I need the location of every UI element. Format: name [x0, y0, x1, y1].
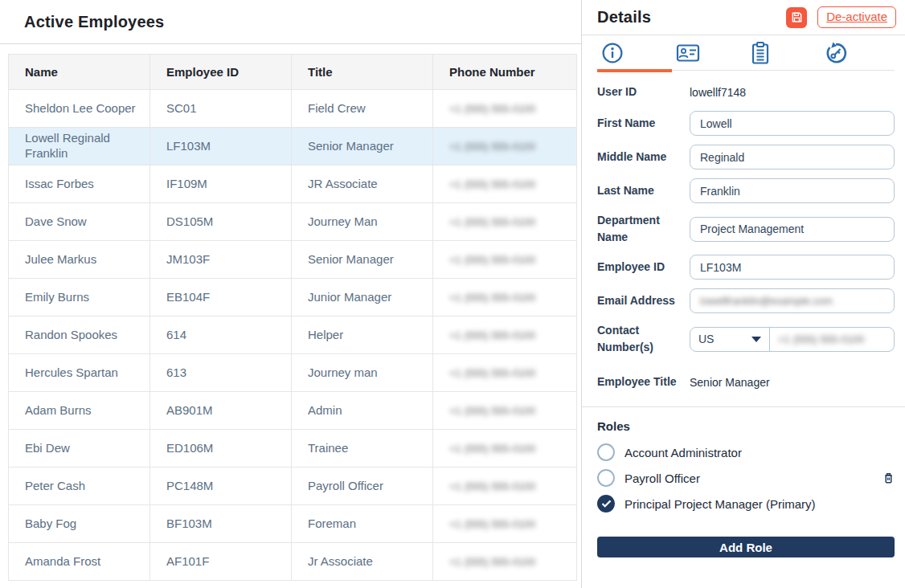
- table-row[interactable]: Randon Spookes 614 Helper +1 (555) 555-0…: [9, 316, 577, 354]
- role-radio-checked[interactable]: [597, 495, 615, 512]
- cell-name[interactable]: Baby Fog: [9, 505, 150, 543]
- phone-number-redacted: +1 (555) 555-0100: [449, 443, 535, 455]
- cell-title[interactable]: Jr Associate: [292, 543, 433, 581]
- field-row-last-name: Last Name: [597, 178, 895, 203]
- cell-phone-number[interactable]: +1 (555) 555-0100: [433, 505, 577, 543]
- cell-name[interactable]: Hercules Spartan: [9, 354, 150, 392]
- cell-name[interactable]: Emily Burns: [9, 279, 150, 316]
- employee-title-label: Employee Title: [597, 374, 690, 390]
- table-row[interactable]: Dave Snow DS105M Journey Man +1 (555) 55…: [9, 203, 577, 241]
- table-row[interactable]: Julee Markus JM103F Senior Manager +1 (5…: [9, 241, 577, 279]
- table-row[interactable]: Adam Burns AB901M Admin +1 (555) 555-010…: [9, 392, 577, 430]
- cell-name[interactable]: Randon Spookes: [9, 316, 150, 354]
- cell-phone-number[interactable]: +1 (555) 555-0100: [433, 543, 577, 581]
- cell-title[interactable]: Payroll Officer: [292, 468, 433, 505]
- cell-employee-id[interactable]: BF103M: [150, 505, 292, 543]
- cell-employee-id[interactable]: SC01: [150, 90, 292, 128]
- cell-name[interactable]: Peter Cash: [9, 468, 150, 505]
- table-row[interactable]: Emily Burns EB104F Junior Manager +1 (55…: [9, 279, 577, 316]
- id-card-icon: [675, 41, 701, 65]
- table-row[interactable]: Amanda Frost AF101F Jr Associate +1 (555…: [9, 543, 577, 581]
- cell-employee-id[interactable]: IF109M: [150, 165, 292, 203]
- last-name-field[interactable]: [690, 178, 895, 203]
- cell-phone-number[interactable]: +1 (555) 555-0100: [433, 316, 577, 354]
- table-row[interactable]: Hercules Spartan 613 Journey man +1 (555…: [9, 354, 577, 392]
- contact-number-field[interactable]: +1 (555) 555-0100: [770, 328, 894, 351]
- field-row-middle-name: Middle Name: [597, 145, 895, 169]
- table-row[interactable]: Sheldon Lee Cooper SC01 Field Crew +1 (5…: [9, 90, 577, 128]
- cell-employee-id[interactable]: ED106M: [150, 430, 292, 468]
- field-row-department-name: Department Name: [597, 212, 895, 246]
- role-radio-unchecked[interactable]: [597, 443, 615, 461]
- user-id-label: User ID: [597, 84, 690, 100]
- cell-phone-number[interactable]: +1 (555) 555-0100: [433, 241, 577, 279]
- cell-title[interactable]: Admin: [292, 392, 433, 430]
- cell-employee-id[interactable]: PC148M: [150, 468, 292, 505]
- cell-name[interactable]: Julee Markus: [9, 241, 150, 279]
- cell-phone-number[interactable]: +1 (555) 555-0100: [433, 468, 577, 505]
- delete-role-button[interactable]: [882, 472, 895, 484]
- cell-title[interactable]: JR Associate: [292, 165, 433, 203]
- cell-name[interactable]: Amanda Frost: [9, 543, 150, 581]
- email-redacted: lowellfranklin@example.com: [700, 295, 833, 307]
- tab-reset-key[interactable]: [821, 35, 895, 70]
- details-panel: Details De-activate: [582, 0, 905, 588]
- tab-clipboard[interactable]: [746, 35, 821, 70]
- cell-name[interactable]: Issac Forbes: [9, 165, 150, 203]
- department-name-field[interactable]: [690, 217, 895, 242]
- cell-title[interactable]: Foreman: [292, 505, 433, 543]
- cell-employee-id[interactable]: AB901M: [150, 392, 292, 430]
- cell-name[interactable]: Sheldon Lee Cooper: [9, 90, 150, 128]
- country-code-select[interactable]: US: [690, 328, 770, 351]
- cell-title[interactable]: Field Crew: [292, 90, 433, 128]
- deactivate-button[interactable]: De-activate: [817, 6, 896, 28]
- tab-id-card[interactable]: [672, 35, 747, 70]
- cell-employee-id[interactable]: LF103M: [150, 128, 292, 165]
- table-row[interactable]: Lowell Reginald Franklin LF103M Senior M…: [9, 128, 577, 165]
- cell-phone-number[interactable]: +1 (555) 555-0100: [433, 165, 577, 203]
- cell-name[interactable]: Adam Burns: [9, 392, 150, 430]
- cell-title[interactable]: Trainee: [292, 430, 433, 468]
- cell-name[interactable]: Lowell Reginald Franklin: [9, 128, 150, 165]
- cell-employee-id[interactable]: AF101F: [150, 543, 292, 581]
- middle-name-field[interactable]: [690, 145, 895, 169]
- table-row[interactable]: Ebi Dew ED106M Trainee +1 (555) 555-0100: [9, 430, 577, 468]
- cell-phone-number[interactable]: +1 (555) 555-0100: [433, 279, 577, 316]
- cell-name[interactable]: Dave Snow: [9, 203, 150, 241]
- table-row[interactable]: Peter Cash PC148M Payroll Officer +1 (55…: [9, 468, 577, 505]
- country-code-value: US: [698, 333, 751, 345]
- role-radio-unchecked[interactable]: [597, 469, 615, 487]
- cell-phone-number[interactable]: +1 (555) 555-0100: [433, 128, 577, 165]
- cell-employee-id[interactable]: 613: [150, 354, 292, 392]
- save-button[interactable]: [786, 7, 807, 28]
- cell-phone-number[interactable]: +1 (555) 555-0100: [433, 90, 577, 128]
- cell-phone-number[interactable]: +1 (555) 555-0100: [433, 392, 577, 430]
- table-header-row: Name Employee ID Title Phone Number: [9, 55, 577, 90]
- cell-title[interactable]: Senior Manager: [292, 241, 433, 279]
- cell-title[interactable]: Helper: [292, 316, 433, 354]
- cell-title[interactable]: Journey Man: [292, 203, 433, 241]
- cell-name[interactable]: Ebi Dew: [9, 430, 150, 468]
- cell-title[interactable]: Junior Manager: [292, 279, 433, 316]
- employee-id-field[interactable]: [690, 255, 895, 280]
- active-employees-header: Active Employees: [0, 0, 581, 44]
- cell-employee-id[interactable]: EB104F: [150, 279, 292, 316]
- table-row[interactable]: Baby Fog BF103M Foreman +1 (555) 555-010…: [9, 505, 577, 543]
- role-label: Principal Project Manager (Primary): [624, 497, 816, 511]
- cell-phone-number[interactable]: +1 (555) 555-0100: [433, 354, 577, 392]
- email-field[interactable]: lowellfranklin@example.com: [690, 288, 895, 313]
- table-row[interactable]: Issac Forbes IF109M JR Associate +1 (555…: [9, 165, 577, 203]
- cell-employee-id[interactable]: JM103F: [150, 241, 292, 279]
- roles-section: Roles Account Administrator Payroll Offi…: [582, 407, 905, 557]
- employee-title-value: Senior Manager: [690, 376, 770, 389]
- cell-employee-id[interactable]: DS105M: [150, 203, 292, 241]
- cell-title[interactable]: Journey man: [292, 354, 433, 392]
- first-name-field[interactable]: [690, 111, 895, 136]
- cell-phone-number[interactable]: +1 (555) 555-0100: [433, 430, 577, 468]
- first-name-label: First Name: [597, 115, 690, 132]
- cell-title[interactable]: Senior Manager: [292, 128, 433, 165]
- tab-info[interactable]: [597, 35, 672, 70]
- add-role-button[interactable]: Add Role: [597, 537, 895, 557]
- cell-employee-id[interactable]: 614: [150, 316, 292, 354]
- cell-phone-number[interactable]: +1 (555) 555-0100: [433, 203, 577, 241]
